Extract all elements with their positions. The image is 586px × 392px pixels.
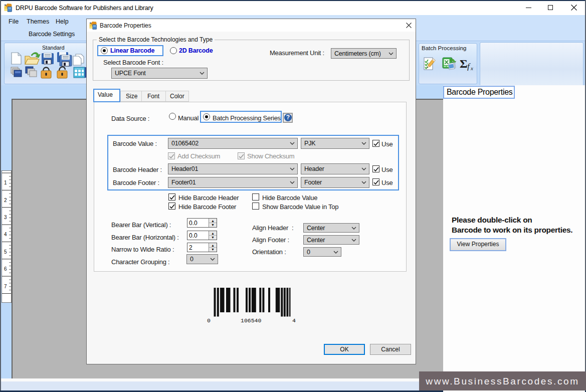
svg-text:7: 7 xyxy=(4,284,7,289)
svg-text:6: 6 xyxy=(4,266,7,272)
svg-text:Σ: Σ xyxy=(460,57,468,70)
svg-text:x: x xyxy=(470,65,473,71)
svg-text:4: 4 xyxy=(292,317,296,324)
svg-text:3: 3 xyxy=(4,215,7,220)
svg-text:2: 2 xyxy=(4,198,7,203)
svg-text:0: 0 xyxy=(207,317,211,324)
svg-text:106540: 106540 xyxy=(241,317,262,324)
svg-text:f: f xyxy=(467,62,471,71)
svg-text:1: 1 xyxy=(4,180,7,185)
svg-text:5: 5 xyxy=(4,249,7,255)
svg-text:4: 4 xyxy=(4,232,7,237)
